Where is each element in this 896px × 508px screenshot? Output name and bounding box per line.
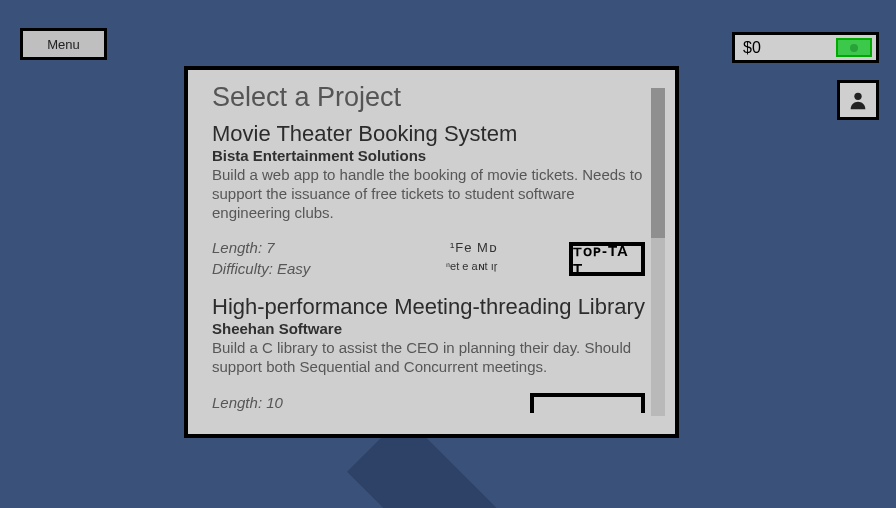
project-description: Build a web app to handle the booking of… [212, 166, 645, 222]
panel-title: Select a Project [212, 82, 645, 113]
project-graphic: ¹Fe Mᴅ ⁿet e aɴt ıŗ ᴛᴏᴘ-TA T [440, 238, 645, 280]
scrollbar-thumb[interactable] [651, 88, 665, 238]
project-length: Length: 7 [212, 238, 310, 258]
menu-label: Menu [47, 37, 80, 52]
project-description: Build a C library to assist the CEO in p… [212, 339, 645, 377]
person-icon [847, 89, 869, 111]
project-tag: ᴛᴏᴘ-TA T [569, 242, 645, 276]
graphic-noise: ¹Fe Mᴅ [450, 240, 498, 255]
project-select-panel: Select a Project Movie Theater Booking S… [184, 66, 679, 438]
money-value: $0 [743, 39, 761, 57]
cash-icon [836, 38, 872, 57]
project-item[interactable]: Movie Theater Booking System Bista Enter… [212, 121, 645, 280]
panel-content: Select a Project Movie Theater Booking S… [212, 82, 645, 422]
project-meta: Length: 7 Difficulty: Easy [212, 238, 310, 279]
project-item[interactable]: High-performance Meeting-threading Libra… [212, 294, 645, 413]
project-length: Length: 10 [212, 393, 283, 413]
menu-button[interactable]: Menu [20, 28, 107, 60]
graphic-noise: ⁿet e aɴt ıŗ [446, 260, 497, 273]
project-difficulty: Difficulty: Easy [212, 259, 310, 279]
project-graphic [530, 393, 645, 413]
money-display: $0 [732, 32, 879, 63]
project-title: High-performance Meeting-threading Libra… [212, 294, 645, 320]
person-button[interactable] [837, 80, 879, 120]
project-company: Sheehan Software [212, 320, 645, 337]
scrollbar[interactable] [651, 88, 665, 416]
project-meta: Length: 10 [212, 393, 283, 413]
project-company: Bista Entertainment Solutions [212, 147, 645, 164]
project-title: Movie Theater Booking System [212, 121, 645, 147]
svg-point-0 [854, 93, 861, 100]
